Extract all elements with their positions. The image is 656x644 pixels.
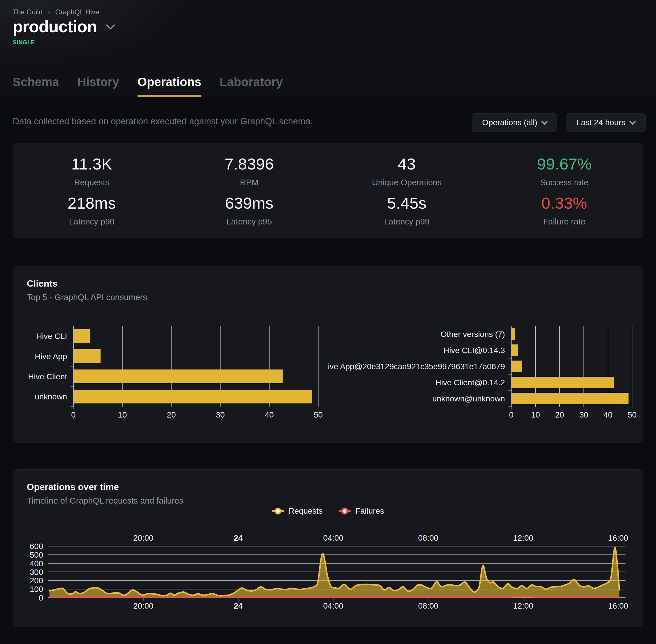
axis-label: 200 [30,576,43,585]
axis-label: 100 [30,585,43,594]
breadcrumb-org[interactable]: The Guild [13,8,43,16]
stat-value: 7.8396 [225,155,274,173]
bar [74,390,312,404]
stat-label: Latency p99 [384,217,429,227]
bar [74,369,283,383]
axis-label: 50 [313,410,323,419]
axis-label: 600 [30,542,43,551]
stat-value: 0.33% [541,194,587,212]
axis-label: 08:00 [418,601,438,610]
legend-item-failures[interactable]: Failures [338,506,384,516]
timeline-legend: Requests Failures [13,506,643,516]
breadcrumb-project[interactable]: GraphQL Hive [55,8,99,16]
stat-failure-rate: 0.33% Failure rate [486,190,643,230]
stats-summary-card: 11.3K Requests 7.8396 RPM 43 Unique Oper… [13,143,643,238]
stat-success-rate: 99.67% Success rate [486,151,643,190]
axis-label: 20:00 [133,601,154,610]
stat-value: 639ms [225,194,273,212]
axis-label: 24 [234,533,243,543]
period-filter-label: Last 24 hours [577,118,626,127]
axis-label: 04:00 [323,533,343,543]
tab-laboratory[interactable]: Laboratory [220,75,283,97]
axis-label: Hive Client@0.14.2 [435,378,505,387]
axis-label: unknown@unknown [432,394,505,403]
legend-item-requests[interactable]: Requests [272,506,323,516]
axis-label: 40 [603,410,612,419]
legend-label: Failures [355,506,384,516]
bar-chart-svg: 01020304050Other versions (7)Hive CLI@0.… [328,323,639,421]
tab-operations[interactable]: Operations [138,75,202,97]
bar [74,349,101,363]
page-header: The Guild › GraphQL Hive production SING… [0,0,656,97]
bar [512,377,614,388]
stat-rpm: 7.8396 RPM [171,151,328,190]
axis-label: 12:00 [513,533,533,543]
title-row: production [13,17,114,36]
axis-label: 12:00 [513,601,533,610]
axis-label: Hive Client [28,372,67,381]
axis-label: 04:00 [323,601,343,610]
axis-label: 0 [39,593,43,602]
axis-label: 30 [216,410,225,419]
clients-card: Clients Top 5 - GraphQL API consumers 01… [13,266,643,442]
clients-by-version-bar-chart: 01020304050Other versions (7)Hive CLI@0.… [328,323,639,421]
stat-value: 5.45s [387,194,426,212]
operations-over-time-card: Operations over time Timeline of GraphQL… [13,469,643,627]
axis-label: 400 [30,559,43,568]
tab-schema[interactable]: Schema [13,75,59,97]
period-filter-dropdown[interactable]: Last 24 hours [566,113,646,132]
stat-requests: 11.3K Requests [13,151,171,190]
axis-label: Hive CLI [36,332,67,341]
clients-by-name-bar-chart: 01020304050Hive CLIHive AppHive Clientun… [18,323,323,421]
axis-label: 08:00 [418,533,438,543]
stat-label: Latency p90 [69,217,115,227]
operations-filter-dropdown[interactable]: Operations (all) [472,113,557,132]
target-selector-chevron-down-icon[interactable] [106,20,115,29]
stat-label: Success rate [540,178,588,187]
operations-card-title: Operations over time [27,482,119,492]
stat-value: 99.67% [537,155,591,173]
operations-card-subtitle: Timeline of GraphQL requests and failure… [27,496,183,506]
stat-label: RPM [240,178,258,187]
axis-label: 30 [579,410,588,419]
axis-label: 20 [555,410,564,419]
page-title: production [13,17,97,36]
bar [512,344,518,356]
status-badge: SINGLE [13,39,35,46]
stat-label: Requests [74,178,109,187]
axis-label: 10 [118,410,127,419]
stat-latency-p95: 639ms Latency p95 [171,190,328,230]
clients-card-subtitle: Top 5 - GraphQL API consumers [27,293,147,302]
bar [512,328,515,340]
axis-label: 24 [234,601,243,610]
stat-label: Failure rate [543,217,586,227]
timeline-svg: 010020030040050060020:0020:00242404:0004… [13,533,632,619]
axis-label: 0 [71,410,76,419]
tab-bar: Schema History Operations Laboratory [13,75,283,97]
axis-label: Other versions (7) [441,330,505,339]
axis-label: Hive CLI@0.14.3 [443,346,505,355]
axis-label: 500 [30,551,43,559]
bar-chart-svg: 01020304050Hive CLIHive AppHive Clientun… [18,323,323,421]
stat-unique-operations: 43 Unique Operations [328,151,486,190]
chevron-down-icon [541,119,547,124]
stat-value: 218ms [68,194,116,212]
axis-label: 16:00 [608,533,628,543]
stat-value: 43 [398,155,416,173]
bar [512,393,629,404]
stat-value: 11.3K [71,155,112,173]
tab-history[interactable]: History [77,75,119,97]
operations-timeline-area-chart: 010020030040050060020:0020:00242404:0004… [13,533,632,619]
page-description: Data collected based on operation execut… [13,116,313,127]
stat-latency-p90: 218ms Latency p90 [13,190,171,230]
axis-label: unknown [35,392,67,401]
axis-label: 20:00 [133,533,154,543]
requests-legend-marker-icon [272,510,284,512]
stat-label: Unique Operations [372,178,442,187]
breadcrumb-separator-icon: › [48,7,50,17]
bar [512,361,522,372]
stat-latency-p99: 5.45s Latency p99 [328,190,486,230]
axis-label: Hive App [35,352,67,361]
axis-label: 300 [30,568,43,577]
bar [74,329,90,343]
